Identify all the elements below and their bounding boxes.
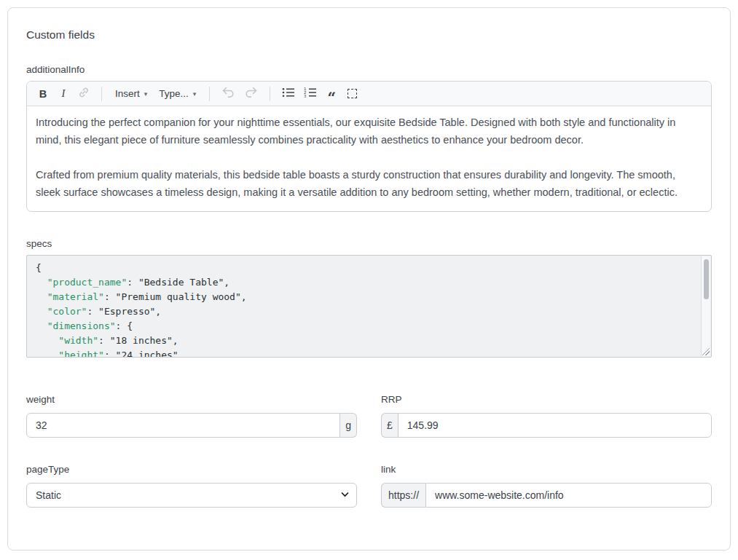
weight-input[interactable] (26, 413, 340, 438)
redo-button[interactable] (241, 85, 261, 103)
pagetype-select[interactable]: Static (26, 483, 357, 508)
pagetype-link-row: pageType Static link https:// (26, 464, 712, 508)
json-value: : "Espresso", (87, 306, 161, 317)
rich-text-editor: B I Insert (26, 81, 712, 212)
pagetype-field-group: pageType Static (26, 464, 357, 508)
code-line: "color": "Espresso", (36, 304, 694, 319)
quote-icon: “ (328, 94, 337, 101)
protocol-addon: https:// (381, 483, 425, 508)
link-icon (78, 87, 90, 100)
toolbar-divider (209, 87, 210, 101)
bold-button[interactable]: B (34, 85, 52, 103)
code-line: "material": "Premium quality wood", (36, 290, 694, 304)
code-line: { (36, 261, 694, 275)
editor-toolbar: B I Insert (27, 82, 711, 106)
blockquote-button[interactable]: “ (323, 85, 340, 103)
code-line: "width": "18 inches", (36, 334, 694, 348)
rrp-field-group: RRP £ (381, 394, 712, 438)
json-value: { (36, 262, 42, 273)
json-key: "product_name" (36, 277, 127, 288)
type-dropdown[interactable]: Type... ▾ (154, 85, 200, 103)
code-line: "product_name": "Bedside Table", (36, 275, 694, 290)
italic-button[interactable]: I (55, 85, 72, 103)
json-key: "color" (36, 306, 87, 317)
numbered-list-icon: 123 (304, 87, 317, 100)
json-key: "width" (36, 335, 98, 346)
toolbar-divider (270, 87, 270, 101)
embed-button[interactable] (343, 85, 361, 103)
json-value: : "18 inches", (98, 335, 178, 346)
weight-rrp-row: weight g RRP £ (26, 394, 712, 438)
link-button[interactable] (75, 85, 93, 103)
json-key: "dimensions" (36, 320, 116, 331)
specs-code-editor[interactable]: { "product_name": "Bedside Table", "mate… (26, 255, 712, 358)
toolbar-divider (101, 87, 102, 101)
weight-field-group: weight g (26, 394, 357, 438)
additional-info-label: additionalInfo (26, 64, 712, 75)
code-line: "height": "24 inches", (36, 348, 694, 358)
editor-content[interactable]: Introducing the perfect companion for yo… (27, 106, 711, 211)
redo-icon (244, 87, 258, 100)
scrollbar[interactable] (701, 256, 710, 356)
specs-label: specs (26, 238, 712, 249)
custom-fields-card: Custom fields additionalInfo B I (7, 7, 731, 551)
weight-unit-addon: g (340, 413, 357, 438)
bullet-list-button[interactable] (279, 85, 298, 103)
pagetype-label: pageType (26, 464, 357, 475)
json-value: : { (116, 320, 133, 331)
undo-icon (221, 87, 235, 100)
json-key: "height" (36, 350, 104, 358)
editor-paragraph: Introducing the perfect companion for yo… (36, 114, 702, 149)
insert-dropdown-label: Insert (115, 88, 140, 99)
chevron-down-icon: ▾ (144, 90, 148, 98)
scrollbar-thumb[interactable] (704, 259, 709, 299)
chevron-down-icon: ▾ (193, 90, 197, 98)
currency-addon: £ (381, 413, 398, 438)
rrp-input[interactable] (398, 413, 712, 438)
rrp-label: RRP (381, 394, 712, 405)
insert-dropdown[interactable]: Insert ▾ (111, 85, 152, 103)
resize-handle[interactable] (702, 348, 710, 355)
json-value: : "24 inches", (104, 350, 184, 358)
json-key: "material" (36, 291, 104, 302)
dashed-square-icon (348, 89, 357, 98)
specs-section: specs { "product_name": "Bedside Table",… (26, 238, 712, 358)
specs-code: { "product_name": "Bedside Table", "mate… (27, 256, 711, 358)
editor-paragraph: Crafted from premium quality materials, … (36, 166, 702, 201)
numbered-list-button[interactable]: 123 (301, 85, 320, 103)
json-value: : "Premium quality wood", (104, 291, 247, 302)
svg-text:3: 3 (304, 94, 306, 98)
undo-button[interactable] (219, 85, 238, 103)
weight-label: weight (26, 394, 357, 405)
json-value: : "Bedside Table", (127, 277, 229, 288)
code-line: "dimensions": { (36, 319, 694, 334)
type-dropdown-label: Type... (159, 88, 189, 99)
page-title: Custom fields (26, 28, 712, 42)
bullet-list-icon (282, 87, 295, 100)
additional-info-section: additionalInfo B I (26, 64, 712, 212)
link-field-group: link https:// (381, 464, 712, 508)
link-input[interactable] (425, 483, 712, 508)
link-label: link (381, 464, 712, 475)
